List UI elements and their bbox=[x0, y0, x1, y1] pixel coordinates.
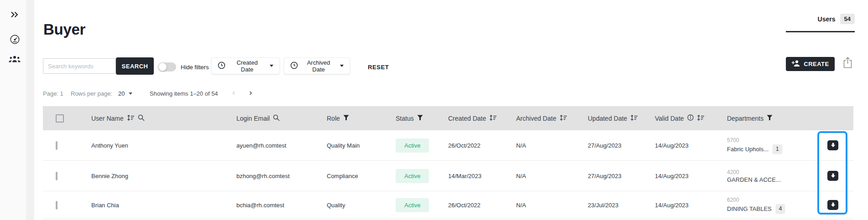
created-date-cell: 26/Oct/2022 bbox=[445, 142, 513, 149]
row-checkbox[interactable] bbox=[56, 172, 58, 180]
column-header-status: Status bbox=[396, 115, 414, 122]
search-icon[interactable] bbox=[273, 114, 280, 123]
user-groups-icon[interactable] bbox=[9, 53, 21, 64]
department-name: DINING TABLES bbox=[727, 205, 772, 212]
login-email-cell: ayuen@rh.comtest bbox=[228, 142, 322, 149]
search-icon[interactable] bbox=[138, 114, 145, 123]
reset-button[interactable]: RESET bbox=[365, 63, 392, 71]
login-email-cell: bchia@rh.comtest bbox=[228, 202, 322, 209]
active-tab-underline bbox=[786, 31, 855, 32]
row-action-button[interactable] bbox=[827, 140, 838, 150]
tab-users[interactable]: Users 54 bbox=[786, 14, 855, 24]
arrow-down-icon bbox=[831, 142, 836, 149]
archived-date-filter-button[interactable]: Archived Date bbox=[284, 57, 350, 74]
filter-icon[interactable] bbox=[767, 115, 773, 122]
row-checkbox[interactable] bbox=[56, 201, 58, 210]
filter-icon[interactable] bbox=[417, 115, 423, 122]
archived-date-filter-label: Archived Date bbox=[302, 59, 335, 73]
arrow-down-icon bbox=[831, 173, 836, 179]
department-count-badge: 4 bbox=[776, 204, 785, 213]
user-name-cell: Bennie Zhong bbox=[73, 173, 228, 179]
expand-sidebar-icon[interactable] bbox=[9, 9, 21, 20]
department-count-badge: 1 bbox=[773, 144, 782, 153]
archived-date-cell: N/A bbox=[513, 202, 586, 209]
role-cell: Quality bbox=[322, 202, 392, 209]
tab-users-count-badge: 54 bbox=[840, 14, 855, 24]
status-badge: Active bbox=[396, 138, 429, 153]
previous-page-button[interactable]: ‹ bbox=[230, 87, 238, 98]
select-all-checkbox[interactable] bbox=[56, 114, 64, 123]
share-icon bbox=[843, 63, 852, 70]
toggle-knob bbox=[158, 63, 167, 71]
table-header-row: User Name Login Email Role Status Create… bbox=[43, 106, 853, 130]
sort-icon[interactable] bbox=[630, 115, 638, 122]
sidebar-scrollbar[interactable] bbox=[26, 0, 34, 220]
departments-cell: 4200 GARDEN & ACCE... bbox=[727, 169, 796, 183]
user-name-cell: Anthony Yuen bbox=[73, 142, 228, 149]
valid-date-cell: 14/Aug/2023 bbox=[653, 173, 719, 179]
hide-filters-label: Hide filters bbox=[181, 64, 209, 71]
table-row: Anthony Yuen ayuen@rh.comtest Quality Ma… bbox=[43, 130, 853, 161]
arrow-down-icon bbox=[831, 202, 836, 209]
sidebar bbox=[0, 0, 26, 220]
person-add-icon bbox=[791, 60, 800, 68]
next-page-button[interactable]: › bbox=[246, 87, 255, 98]
rows-per-page-value: 20 bbox=[118, 90, 125, 97]
sort-icon[interactable] bbox=[489, 115, 497, 122]
users-table: User Name Login Email Role Status Create… bbox=[43, 106, 853, 219]
sort-icon[interactable] bbox=[127, 115, 135, 122]
role-cell: Compliance bbox=[322, 173, 392, 179]
archived-date-cell: N/A bbox=[513, 142, 586, 149]
table-row: Bennie Zhong bzhong@rh.comtest Complianc… bbox=[43, 161, 853, 191]
column-header-valid-date: Valid Date bbox=[655, 115, 684, 122]
department-code: 6200 bbox=[727, 197, 796, 203]
sort-icon[interactable] bbox=[697, 115, 705, 122]
export-button[interactable] bbox=[842, 57, 853, 70]
departments-cell: 6200 DINING TABLES 4 bbox=[727, 197, 796, 213]
departments-cell: 5700 Fabric Uphols... 1 bbox=[727, 137, 796, 153]
chevron-down-icon bbox=[340, 65, 344, 67]
valid-date-cell: 14/Aug/2023 bbox=[653, 142, 719, 149]
sort-icon[interactable] bbox=[559, 115, 567, 122]
dashboard-icon[interactable] bbox=[9, 34, 21, 45]
column-header-updated-date: Updated Date bbox=[588, 115, 627, 122]
created-date-filter-label: Created Date bbox=[230, 59, 265, 73]
tab-users-label: Users bbox=[818, 15, 836, 23]
create-button[interactable]: CREATE bbox=[786, 57, 835, 71]
department-code: 4200 bbox=[727, 169, 796, 175]
search-button[interactable]: SEARCH bbox=[116, 57, 154, 75]
archived-date-cell: N/A bbox=[513, 173, 586, 179]
filter-icon[interactable] bbox=[343, 115, 349, 122]
created-date-filter-button[interactable]: Created Date bbox=[211, 57, 280, 74]
info-icon[interactable] bbox=[687, 114, 694, 122]
login-email-cell: bzhong@rh.comtest bbox=[228, 173, 322, 179]
valid-date-cell: 14/Aug/2023 bbox=[653, 202, 719, 209]
table-row: Brian Chia bchia@rh.comtest Quality Acti… bbox=[43, 191, 853, 219]
updated-date-cell: 27/Aug/2023 bbox=[586, 142, 653, 149]
column-header-departments: Departments bbox=[727, 115, 763, 122]
create-button-label: CREATE bbox=[804, 61, 829, 67]
user-name-cell: Brian Chia bbox=[73, 202, 228, 209]
chevron-down-icon bbox=[270, 65, 273, 67]
hide-filters-toggle[interactable] bbox=[158, 62, 176, 72]
created-date-cell: 26/Oct/2022 bbox=[445, 202, 513, 209]
row-action-button[interactable] bbox=[827, 171, 838, 181]
rows-per-page-label: Rows per page: bbox=[71, 90, 112, 97]
rows-per-page-select[interactable]: 20 bbox=[118, 90, 132, 97]
clock-icon bbox=[290, 61, 298, 71]
search-input[interactable] bbox=[43, 58, 116, 74]
clock-icon bbox=[218, 61, 225, 71]
row-checkbox[interactable] bbox=[56, 141, 58, 150]
page-indicator: Page: 1 bbox=[43, 90, 63, 97]
row-action-button[interactable] bbox=[827, 200, 838, 210]
column-header-user-name: User Name bbox=[91, 115, 124, 122]
updated-date-cell: 23/Jul/2023 bbox=[586, 202, 653, 209]
role-cell: Quality Main bbox=[322, 142, 392, 149]
buyer-admin-page: Buyer Users 54 SEARCH Hide filters Creat… bbox=[0, 0, 868, 220]
updated-date-cell: 27/Aug/2023 bbox=[586, 173, 653, 179]
department-code: 5700 bbox=[727, 137, 796, 143]
column-header-created-date: Created Date bbox=[448, 115, 486, 122]
status-badge: Active bbox=[396, 169, 429, 183]
column-header-role: Role bbox=[327, 115, 340, 122]
column-header-login-email: Login Email bbox=[236, 115, 270, 122]
